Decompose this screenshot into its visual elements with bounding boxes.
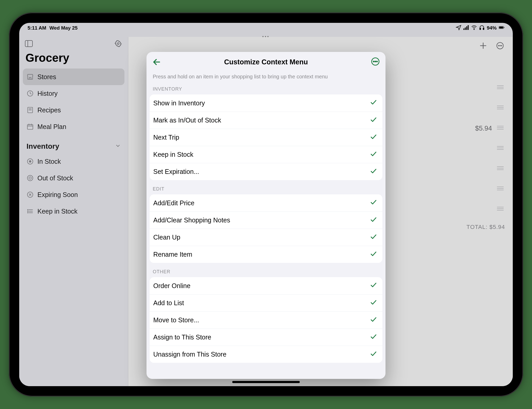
menu-option[interactable]: Rename Item [150, 246, 382, 263]
svg-rect-8 [499, 26, 503, 28]
check-icon [370, 199, 377, 207]
menu-option[interactable]: Next Trip [150, 129, 382, 146]
menu-option-label: Add/Clear Shopping Notes [153, 216, 230, 224]
menu-option[interactable]: Order Online [150, 277, 382, 294]
check-icon [370, 333, 377, 342]
menu-option-label: Add/Edit Price [153, 199, 194, 207]
menu-option-label: Assign to This Store [153, 333, 211, 341]
check-icon [370, 250, 377, 259]
menu-option-label: Next Trip [153, 134, 179, 141]
screen: 5:11 AM Wed May 25 94% [19, 23, 513, 386]
menu-option[interactable]: Assign to This Store [150, 329, 382, 346]
check-icon [370, 116, 377, 125]
modal-list[interactable]: INVENTORYShow in Inventory Mark as In/Ou… [147, 84, 385, 379]
wifi-icon [471, 25, 477, 32]
menu-option-label: Unassign from This Store [153, 351, 227, 358]
check-icon [370, 216, 377, 225]
group-header: OTHER [147, 263, 385, 277]
home-indicator[interactable] [232, 381, 300, 383]
status-date: Wed May 25 [49, 25, 77, 31]
menu-option[interactable]: Keep in Stock [150, 146, 382, 163]
cellular-icon [463, 25, 469, 32]
menu-option-label: Show in Inventory [153, 99, 205, 107]
modal-header: Customize Context Menu [147, 52, 385, 72]
svg-rect-6 [483, 28, 484, 29]
back-button[interactable] [152, 58, 161, 67]
menu-option[interactable]: Clean Up [150, 229, 382, 246]
menu-option[interactable]: Add/Edit Price [150, 194, 382, 212]
ipad-frame: 5:11 AM Wed May 25 94% [9, 12, 523, 397]
modal-title: Customize Context Menu [224, 58, 308, 66]
customize-context-menu-modal: Customize Context Menu Press and hold on… [147, 52, 385, 379]
menu-option[interactable]: Unassign from This Store [150, 346, 382, 363]
check-icon [370, 133, 377, 142]
svg-point-64 [375, 61, 376, 62]
svg-rect-9 [504, 27, 504, 28]
menu-option-label: Keep in Stock [153, 151, 193, 158]
group-header: INVENTORY [147, 84, 385, 94]
group-header: EDIT [147, 180, 385, 194]
svg-rect-2 [466, 26, 467, 30]
menu-option[interactable]: Show in Inventory [150, 94, 382, 112]
menu-option-label: Clean Up [153, 234, 180, 241]
menu-option-label: Move to Store... [153, 316, 199, 324]
svg-point-63 [373, 61, 374, 62]
menu-option[interactable]: Set Expiration... [150, 163, 382, 180]
check-icon [370, 233, 377, 242]
menu-option-label: Order Online [153, 282, 190, 290]
svg-rect-1 [465, 28, 466, 30]
menu-option[interactable]: Add/Clear Shopping Notes [150, 212, 382, 229]
menu-option-label: Add to List [153, 299, 184, 307]
svg-rect-0 [463, 28, 464, 30]
modal-more-button[interactable] [371, 57, 380, 67]
check-icon [370, 281, 377, 290]
menu-option-label: Rename Item [153, 251, 192, 258]
battery-icon [499, 25, 504, 32]
status-bar: 5:11 AM Wed May 25 94% [19, 23, 513, 33]
check-icon [370, 99, 377, 107]
modal-subtitle: Press and hold on an item in your shoppi… [147, 72, 385, 84]
check-icon [370, 299, 377, 308]
battery-pct: 94% [487, 25, 497, 31]
status-time: 5:11 AM [28, 25, 46, 31]
menu-option[interactable]: Move to Store... [150, 311, 382, 329]
svg-point-4 [474, 29, 474, 30]
headphone-icon [479, 25, 485, 32]
svg-rect-3 [468, 25, 469, 30]
check-icon [370, 350, 377, 359]
check-icon [370, 316, 377, 325]
svg-rect-5 [480, 28, 481, 29]
svg-point-65 [377, 61, 377, 62]
check-icon [370, 167, 377, 176]
menu-option-label: Set Expiration... [153, 168, 199, 175]
check-icon [370, 150, 377, 159]
menu-option-label: Mark as In/Out of Stock [153, 117, 221, 124]
menu-option[interactable]: Add to List [150, 294, 382, 311]
location-icon [456, 25, 461, 32]
menu-option[interactable]: Mark as In/Out of Stock [150, 112, 382, 129]
